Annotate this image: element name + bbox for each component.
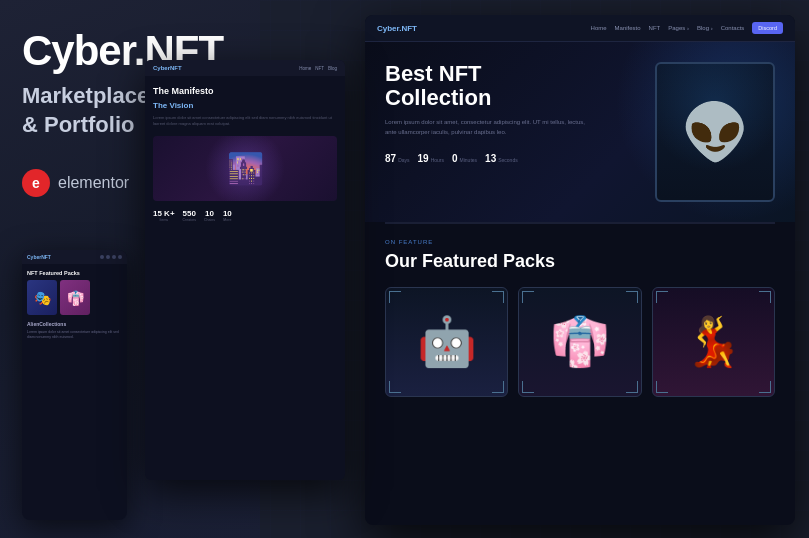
middle-header: CyberNFT Home NFT Blog bbox=[145, 60, 345, 76]
elementor-icon: e bbox=[22, 169, 50, 197]
featured-cards: 🤖 👘 💃 bbox=[385, 287, 775, 397]
right-nav-manifesto[interactable]: Manifesto bbox=[615, 25, 641, 31]
middle-content: The Manifesto The Vision Lorem ipsum dol… bbox=[145, 76, 345, 232]
middle-stat-3: 10 Chains bbox=[204, 209, 215, 222]
featured-card-1[interactable]: 🤖 bbox=[385, 287, 508, 397]
timer-hours-num: 19 bbox=[418, 153, 429, 164]
middle-stat-label-1: Items bbox=[153, 218, 175, 222]
middle-panel: CyberNFT Home NFT Blog The Manifesto The… bbox=[145, 60, 345, 480]
right-hero: Best NFT Collection Lorem ipsum dolor si… bbox=[365, 42, 795, 222]
middle-image-area: 🌆 bbox=[153, 136, 337, 201]
timer-minutes: 0 Minutes bbox=[452, 153, 477, 164]
timer-days-label: Days bbox=[398, 157, 409, 163]
middle-stat-2: 550 Creators bbox=[183, 209, 196, 222]
hero-description: Lorem ipsum dolor sit amet, consectetur … bbox=[385, 118, 585, 137]
corner-br-2 bbox=[626, 381, 638, 393]
mobile-nav-dots bbox=[100, 255, 122, 259]
right-nav-discord-btn[interactable]: Discord bbox=[752, 22, 783, 34]
timer-seconds-label: Seconds bbox=[498, 157, 517, 163]
nft-alien-figure: 👽 bbox=[681, 100, 750, 165]
mobile-preview-card: CyberNFT NFT Featured Packs 🎭 👘 AlienCol… bbox=[22, 250, 127, 520]
middle-stat-label-3: Chains bbox=[204, 218, 215, 222]
featured-title: Our Featured Packs bbox=[385, 251, 775, 272]
corner-bl-1 bbox=[389, 381, 401, 393]
mobile-preview-content: NFT Featured Packs 🎭 👘 AlienCollections … bbox=[22, 264, 127, 350]
right-nav-pages[interactable]: Pages › bbox=[668, 25, 689, 31]
right-nav: Home Manifesto NFT Pages › Blog › Contac… bbox=[591, 22, 783, 34]
feat-card-figure-2: 👘 bbox=[550, 314, 610, 370]
corner-tl-2 bbox=[522, 291, 534, 303]
mobile-brand: CyberNFT bbox=[27, 254, 51, 260]
timer-seconds-num: 13 bbox=[485, 153, 496, 164]
corner-br-1 bbox=[492, 381, 504, 393]
corner-bl-3 bbox=[656, 381, 668, 393]
corner-tr-3 bbox=[759, 291, 771, 303]
subtitle-line1: Marketplace bbox=[22, 83, 149, 108]
mobile-card-2: 👘 bbox=[60, 280, 90, 315]
corner-bl-2 bbox=[522, 381, 534, 393]
mobile-section-title: NFT Featured Packs bbox=[27, 270, 122, 276]
mobile-body-text: Lorem ipsum dolor sit amet consectetuer … bbox=[27, 330, 122, 340]
middle-stat-label-2: Creators bbox=[183, 218, 196, 222]
nft-card-frame: 👽 bbox=[655, 62, 775, 202]
corner-tr-1 bbox=[492, 291, 504, 303]
right-nav-blog[interactable]: Blog › bbox=[697, 25, 713, 31]
middle-stat-label-4: More bbox=[223, 218, 232, 222]
middle-manifesto-title: The Manifesto bbox=[153, 86, 337, 96]
mobile-preview-header: CyberNFT bbox=[22, 250, 127, 264]
mobile-card-inner-1: 🎭 bbox=[27, 280, 57, 315]
middle-stat-4: 10 More bbox=[223, 209, 232, 222]
timer-seconds: 13 Seconds bbox=[485, 153, 518, 164]
middle-image-figure: 🌆 bbox=[227, 151, 264, 186]
right-header: Cyber.NFT Home Manifesto NFT Pages › Blo… bbox=[365, 15, 795, 42]
mobile-cards: 🎭 👘 bbox=[27, 280, 122, 315]
middle-nav-nft: NFT bbox=[315, 66, 324, 71]
feat-card-figure-1: 🤖 bbox=[417, 314, 477, 370]
middle-stat-num-4: 10 bbox=[223, 209, 232, 218]
hero-title-line2: Collection bbox=[385, 85, 491, 110]
middle-body-text: Lorem ipsum dolor sit amet consectetuer … bbox=[153, 115, 337, 128]
elementor-label: elementor bbox=[58, 174, 129, 192]
featured-card-3[interactable]: 💃 bbox=[652, 287, 775, 397]
middle-stat-1: 15 K+ Items bbox=[153, 209, 175, 222]
middle-nav: Home NFT Blog bbox=[299, 66, 337, 71]
hero-title-line1: Best NFT bbox=[385, 61, 482, 86]
right-panel: Cyber.NFT Home Manifesto NFT Pages › Blo… bbox=[365, 15, 795, 525]
mobile-dot bbox=[106, 255, 110, 259]
right-nav-home[interactable]: Home bbox=[591, 25, 607, 31]
timer-minutes-num: 0 bbox=[452, 153, 458, 164]
corner-br-3 bbox=[759, 381, 771, 393]
middle-stat-num-1: 15 K+ bbox=[153, 209, 175, 218]
timer-days-num: 87 bbox=[385, 153, 396, 164]
mobile-sub-title: AlienCollections bbox=[27, 321, 122, 327]
corner-tl-1 bbox=[389, 291, 401, 303]
right-brand: Cyber.NFT bbox=[377, 24, 417, 33]
mobile-dot bbox=[118, 255, 122, 259]
corner-tr-2 bbox=[626, 291, 638, 303]
mobile-card-1: 🎭 bbox=[27, 280, 57, 315]
hero-title: Best NFT Collection bbox=[385, 62, 640, 110]
middle-stat-num-2: 550 bbox=[183, 209, 196, 218]
hero-nft-image: 👽 bbox=[655, 62, 775, 202]
mobile-card-inner-2: 👘 bbox=[60, 280, 90, 315]
mobile-dot bbox=[100, 255, 104, 259]
middle-brand: CyberNFT bbox=[153, 65, 182, 71]
timer-days: 87 Days bbox=[385, 153, 410, 164]
mobile-dot bbox=[112, 255, 116, 259]
featured-section: On Feature Our Featured Packs 🤖 👘 bbox=[365, 224, 795, 412]
timer-minutes-label: Minutes bbox=[460, 157, 478, 163]
hero-content: Best NFT Collection Lorem ipsum dolor si… bbox=[385, 62, 640, 164]
hero-timer: 87 Days 19 Hours 0 Minutes 13 Seconds bbox=[385, 153, 640, 164]
subtitle-line2: & Portfolio bbox=[22, 112, 134, 137]
timer-hours: 19 Hours bbox=[418, 153, 444, 164]
middle-stats: 15 K+ Items 550 Creators 10 Chains 10 Mo… bbox=[153, 209, 337, 222]
middle-vision-title: The Vision bbox=[153, 101, 337, 110]
middle-nav-home: Home bbox=[299, 66, 311, 71]
feat-card-figure-3: 💃 bbox=[683, 314, 743, 370]
right-nav-nft[interactable]: NFT bbox=[649, 25, 661, 31]
timer-hours-label: Hours bbox=[431, 157, 444, 163]
corner-tl-3 bbox=[656, 291, 668, 303]
right-nav-contacts[interactable]: Contacts bbox=[721, 25, 745, 31]
middle-nav-blog: Blog bbox=[328, 66, 337, 71]
featured-card-2[interactable]: 👘 bbox=[518, 287, 641, 397]
